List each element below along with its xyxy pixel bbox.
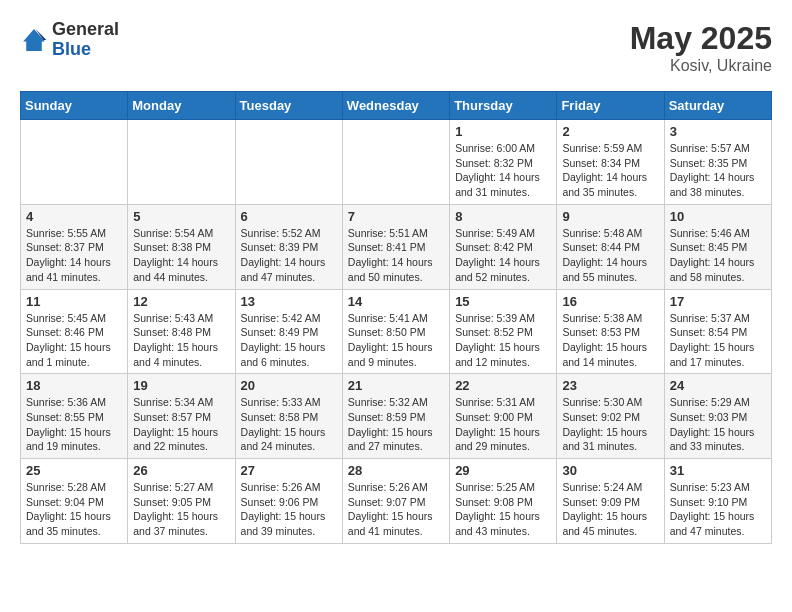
- day-info: Sunrise: 5:46 AM Sunset: 8:45 PM Dayligh…: [670, 226, 766, 285]
- day-info: Sunrise: 5:43 AM Sunset: 8:48 PM Dayligh…: [133, 311, 229, 370]
- day-number: 6: [241, 209, 337, 224]
- day-info: Sunrise: 5:29 AM Sunset: 9:03 PM Dayligh…: [670, 395, 766, 454]
- day-info: Sunrise: 5:38 AM Sunset: 8:53 PM Dayligh…: [562, 311, 658, 370]
- calendar-cell: 27Sunrise: 5:26 AM Sunset: 9:06 PM Dayli…: [235, 459, 342, 544]
- week-row-1: 1Sunrise: 6:00 AM Sunset: 8:32 PM Daylig…: [21, 120, 772, 205]
- calendar-cell: 25Sunrise: 5:28 AM Sunset: 9:04 PM Dayli…: [21, 459, 128, 544]
- day-number: 12: [133, 294, 229, 309]
- calendar-cell: 3Sunrise: 5:57 AM Sunset: 8:35 PM Daylig…: [664, 120, 771, 205]
- day-info: Sunrise: 5:39 AM Sunset: 8:52 PM Dayligh…: [455, 311, 551, 370]
- calendar-cell: [128, 120, 235, 205]
- day-number: 2: [562, 124, 658, 139]
- day-info: Sunrise: 5:23 AM Sunset: 9:10 PM Dayligh…: [670, 480, 766, 539]
- day-info: Sunrise: 5:41 AM Sunset: 8:50 PM Dayligh…: [348, 311, 444, 370]
- day-info: Sunrise: 5:26 AM Sunset: 9:06 PM Dayligh…: [241, 480, 337, 539]
- day-number: 7: [348, 209, 444, 224]
- calendar-cell: 7Sunrise: 5:51 AM Sunset: 8:41 PM Daylig…: [342, 204, 449, 289]
- day-number: 24: [670, 378, 766, 393]
- day-number: 16: [562, 294, 658, 309]
- day-number: 13: [241, 294, 337, 309]
- day-number: 23: [562, 378, 658, 393]
- day-number: 27: [241, 463, 337, 478]
- week-row-2: 4Sunrise: 5:55 AM Sunset: 8:37 PM Daylig…: [21, 204, 772, 289]
- day-number: 14: [348, 294, 444, 309]
- logo: General Blue: [20, 20, 119, 60]
- day-info: Sunrise: 5:25 AM Sunset: 9:08 PM Dayligh…: [455, 480, 551, 539]
- calendar-cell: 10Sunrise: 5:46 AM Sunset: 8:45 PM Dayli…: [664, 204, 771, 289]
- day-number: 5: [133, 209, 229, 224]
- day-number: 20: [241, 378, 337, 393]
- calendar-cell: 29Sunrise: 5:25 AM Sunset: 9:08 PM Dayli…: [450, 459, 557, 544]
- day-info: Sunrise: 5:45 AM Sunset: 8:46 PM Dayligh…: [26, 311, 122, 370]
- calendar-cell: 11Sunrise: 5:45 AM Sunset: 8:46 PM Dayli…: [21, 289, 128, 374]
- day-info: Sunrise: 5:49 AM Sunset: 8:42 PM Dayligh…: [455, 226, 551, 285]
- day-number: 30: [562, 463, 658, 478]
- calendar-cell: 19Sunrise: 5:34 AM Sunset: 8:57 PM Dayli…: [128, 374, 235, 459]
- calendar-cell: 15Sunrise: 5:39 AM Sunset: 8:52 PM Dayli…: [450, 289, 557, 374]
- day-number: 25: [26, 463, 122, 478]
- day-number: 15: [455, 294, 551, 309]
- day-number: 31: [670, 463, 766, 478]
- calendar-cell: 8Sunrise: 5:49 AM Sunset: 8:42 PM Daylig…: [450, 204, 557, 289]
- day-number: 21: [348, 378, 444, 393]
- day-info: Sunrise: 5:51 AM Sunset: 8:41 PM Dayligh…: [348, 226, 444, 285]
- day-number: 28: [348, 463, 444, 478]
- header-sunday: Sunday: [21, 92, 128, 120]
- header-wednesday: Wednesday: [342, 92, 449, 120]
- calendar-cell: [21, 120, 128, 205]
- calendar-cell: [235, 120, 342, 205]
- header-monday: Monday: [128, 92, 235, 120]
- week-row-4: 18Sunrise: 5:36 AM Sunset: 8:55 PM Dayli…: [21, 374, 772, 459]
- calendar-cell: 4Sunrise: 5:55 AM Sunset: 8:37 PM Daylig…: [21, 204, 128, 289]
- calendar-cell: 30Sunrise: 5:24 AM Sunset: 9:09 PM Dayli…: [557, 459, 664, 544]
- page-header: General Blue May 2025 Kosiv, Ukraine: [20, 20, 772, 75]
- calendar-cell: 18Sunrise: 5:36 AM Sunset: 8:55 PM Dayli…: [21, 374, 128, 459]
- calendar-cell: 6Sunrise: 5:52 AM Sunset: 8:39 PM Daylig…: [235, 204, 342, 289]
- day-info: Sunrise: 5:36 AM Sunset: 8:55 PM Dayligh…: [26, 395, 122, 454]
- day-info: Sunrise: 5:55 AM Sunset: 8:37 PM Dayligh…: [26, 226, 122, 285]
- day-number: 1: [455, 124, 551, 139]
- day-number: 9: [562, 209, 658, 224]
- day-info: Sunrise: 5:33 AM Sunset: 8:58 PM Dayligh…: [241, 395, 337, 454]
- day-info: Sunrise: 5:32 AM Sunset: 8:59 PM Dayligh…: [348, 395, 444, 454]
- day-info: Sunrise: 5:24 AM Sunset: 9:09 PM Dayligh…: [562, 480, 658, 539]
- calendar-cell: 5Sunrise: 5:54 AM Sunset: 8:38 PM Daylig…: [128, 204, 235, 289]
- calendar-cell: 2Sunrise: 5:59 AM Sunset: 8:34 PM Daylig…: [557, 120, 664, 205]
- calendar-cell: 9Sunrise: 5:48 AM Sunset: 8:44 PM Daylig…: [557, 204, 664, 289]
- day-info: Sunrise: 6:00 AM Sunset: 8:32 PM Dayligh…: [455, 141, 551, 200]
- calendar-cell: 28Sunrise: 5:26 AM Sunset: 9:07 PM Dayli…: [342, 459, 449, 544]
- day-info: Sunrise: 5:27 AM Sunset: 9:05 PM Dayligh…: [133, 480, 229, 539]
- day-number: 29: [455, 463, 551, 478]
- calendar-cell: 22Sunrise: 5:31 AM Sunset: 9:00 PM Dayli…: [450, 374, 557, 459]
- calendar-cell: 14Sunrise: 5:41 AM Sunset: 8:50 PM Dayli…: [342, 289, 449, 374]
- day-number: 4: [26, 209, 122, 224]
- calendar-cell: 26Sunrise: 5:27 AM Sunset: 9:05 PM Dayli…: [128, 459, 235, 544]
- calendar-cell: [342, 120, 449, 205]
- calendar-cell: 31Sunrise: 5:23 AM Sunset: 9:10 PM Dayli…: [664, 459, 771, 544]
- calendar-cell: 13Sunrise: 5:42 AM Sunset: 8:49 PM Dayli…: [235, 289, 342, 374]
- logo-text: General Blue: [52, 20, 119, 60]
- week-row-5: 25Sunrise: 5:28 AM Sunset: 9:04 PM Dayli…: [21, 459, 772, 544]
- calendar-cell: 17Sunrise: 5:37 AM Sunset: 8:54 PM Dayli…: [664, 289, 771, 374]
- day-info: Sunrise: 5:37 AM Sunset: 8:54 PM Dayligh…: [670, 311, 766, 370]
- calendar-cell: 16Sunrise: 5:38 AM Sunset: 8:53 PM Dayli…: [557, 289, 664, 374]
- day-info: Sunrise: 5:28 AM Sunset: 9:04 PM Dayligh…: [26, 480, 122, 539]
- header-thursday: Thursday: [450, 92, 557, 120]
- header-friday: Friday: [557, 92, 664, 120]
- header-row: SundayMondayTuesdayWednesdayThursdayFrid…: [21, 92, 772, 120]
- day-number: 18: [26, 378, 122, 393]
- week-row-3: 11Sunrise: 5:45 AM Sunset: 8:46 PM Dayli…: [21, 289, 772, 374]
- day-info: Sunrise: 5:31 AM Sunset: 9:00 PM Dayligh…: [455, 395, 551, 454]
- day-info: Sunrise: 5:54 AM Sunset: 8:38 PM Dayligh…: [133, 226, 229, 285]
- header-tuesday: Tuesday: [235, 92, 342, 120]
- calendar-table: SundayMondayTuesdayWednesdayThursdayFrid…: [20, 91, 772, 544]
- calendar-cell: 24Sunrise: 5:29 AM Sunset: 9:03 PM Dayli…: [664, 374, 771, 459]
- day-info: Sunrise: 5:34 AM Sunset: 8:57 PM Dayligh…: [133, 395, 229, 454]
- calendar-cell: 20Sunrise: 5:33 AM Sunset: 8:58 PM Dayli…: [235, 374, 342, 459]
- day-number: 11: [26, 294, 122, 309]
- month-year: May 2025: [630, 20, 772, 57]
- day-number: 10: [670, 209, 766, 224]
- day-info: Sunrise: 5:52 AM Sunset: 8:39 PM Dayligh…: [241, 226, 337, 285]
- location: Kosiv, Ukraine: [630, 57, 772, 75]
- day-info: Sunrise: 5:48 AM Sunset: 8:44 PM Dayligh…: [562, 226, 658, 285]
